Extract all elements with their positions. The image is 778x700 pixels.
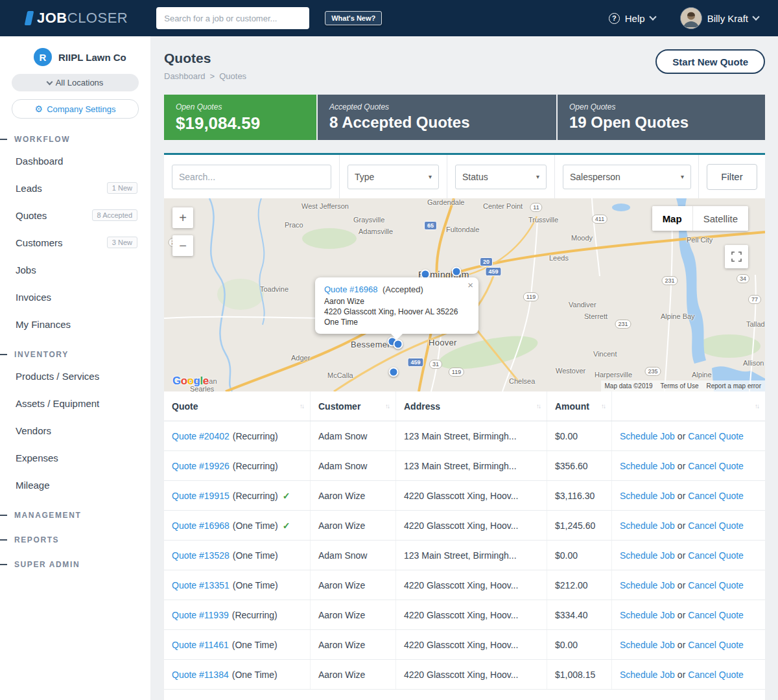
info-window-quote-link[interactable]: Quote #16968 (324, 285, 377, 294)
sort-icon[interactable]: ↑↓ (385, 402, 389, 410)
sidebar-item-leads[interactable]: Leads 1 New (0, 174, 150, 202)
quote-amount: $3,116.30 (555, 491, 595, 501)
sidebar-section-reports[interactable]: REPORTS (0, 532, 150, 548)
status-select[interactable]: Status ▾ (455, 165, 547, 189)
map-view-button[interactable]: Map (652, 206, 692, 231)
cancel-quote-link[interactable]: Cancel Quote (688, 491, 744, 501)
cancel-quote-link[interactable]: Cancel Quote (688, 580, 744, 590)
cancel-quote-link[interactable]: Cancel Quote (688, 640, 744, 650)
fullscreen-button[interactable] (725, 245, 748, 268)
cancel-quote-link[interactable]: Cancel Quote (688, 461, 744, 471)
report-map-error-link[interactable]: Report a map error (707, 382, 761, 390)
schedule-job-link[interactable]: Schedule Job (620, 520, 675, 531)
type-select[interactable]: Type ▾ (348, 165, 439, 189)
map-label-harpersville: Harpersville (595, 371, 632, 379)
sort-icon[interactable]: ↑↓ (601, 402, 605, 410)
sidebar-item-mileage[interactable]: Mileage (0, 471, 150, 498)
schedule-job-link[interactable]: Schedule Job (620, 670, 675, 680)
sort-icon[interactable]: ↑↓ (536, 402, 540, 410)
header-amount[interactable]: Amount ↑↓ (547, 391, 612, 421)
or-text: or (678, 491, 685, 501)
filter-button[interactable]: Filter (707, 164, 757, 190)
company-switcher[interactable]: R RIIPL Lawn Co (34, 48, 150, 66)
quote-link[interactable]: Quote #13528 (172, 550, 230, 561)
sidebar-item-badge: 3 New (107, 237, 137, 248)
route-shield-icon: 231 (661, 276, 678, 285)
info-window-frequency: One Time (324, 317, 469, 327)
close-icon[interactable]: × (467, 280, 473, 290)
sidebar-item-customers[interactable]: Customers 3 New (0, 229, 150, 256)
schedule-job-link[interactable]: Schedule Job (620, 610, 675, 620)
breadcrumb-dashboard[interactable]: Dashboard (164, 71, 206, 81)
app-logo[interactable]: JOB CLOSER (26, 10, 128, 27)
route-shield-icon: 11 (530, 203, 542, 212)
map-marker-icon[interactable] (394, 340, 403, 349)
header-quote[interactable]: Quote ↑↓ (164, 391, 311, 421)
quote-link[interactable]: Quote #20402 (172, 431, 230, 441)
sidebar-item-invoices[interactable]: Invoices (0, 283, 150, 310)
map-marker-icon[interactable] (452, 267, 462, 277)
whats-new-button[interactable]: What's New? (325, 11, 382, 25)
zoom-in-button[interactable]: + (172, 207, 193, 228)
sidebar-section-inventory[interactable]: INVENTORY (0, 347, 150, 362)
schedule-job-link[interactable]: Schedule Job (620, 461, 675, 471)
map[interactable]: GardendaleWest JeffersonCenter PointPrac… (164, 198, 765, 391)
salesperson-select[interactable]: Salesperson ▾ (563, 165, 691, 189)
zoom-out-button[interactable]: − (172, 235, 193, 256)
schedule-job-link[interactable]: Schedule Job (620, 640, 675, 650)
sidebar-section-super-admin[interactable]: SUPER ADMIN (0, 557, 150, 572)
map-label-allison: Allison (743, 359, 764, 367)
schedule-job-link[interactable]: Schedule Job (620, 580, 675, 590)
start-new-quote-button[interactable]: Start New Quote (655, 49, 765, 74)
quote-link[interactable]: Quote #11461 (172, 640, 229, 650)
map-marker-icon[interactable] (389, 368, 399, 377)
schedule-job-link[interactable]: Schedule Job (620, 550, 675, 561)
company-settings-button[interactable]: ⚙ Company Settings (12, 99, 139, 119)
header-customer[interactable]: Customer ↑↓ (311, 391, 396, 421)
locations-dropdown[interactable]: All Locations (12, 74, 139, 91)
terms-of-use-link[interactable]: Terms of Use (661, 382, 699, 390)
map-attribution: Map data ©2019 Terms of Use Report a map… (601, 380, 765, 391)
sidebar-item-vendors[interactable]: Vendors (0, 417, 150, 444)
schedule-job-link[interactable]: Schedule Job (620, 491, 675, 501)
header-address[interactable]: Address ↑↓ (396, 391, 547, 421)
quote-link[interactable]: Quote #19915 (172, 491, 230, 501)
help-menu[interactable]: ? Help (609, 13, 655, 24)
sidebar-item-assets-equipment[interactable]: Assets / Equipment (0, 390, 150, 417)
quote-amount: $0.00 (555, 431, 578, 441)
user-menu[interactable]: Billy Kraft (680, 7, 759, 29)
sidebar-item-expenses[interactable]: Expenses (0, 444, 150, 471)
cancel-quote-link[interactable]: Cancel Quote (688, 670, 744, 680)
sidebar-item-my-finances[interactable]: My Finances (0, 310, 150, 338)
cancel-quote-link[interactable]: Cancel Quote (688, 550, 744, 561)
quote-amount: $0.00 (555, 550, 578, 561)
satellite-view-button[interactable]: Satellite (692, 206, 748, 231)
stat-label: Open Quotes (569, 102, 753, 111)
map-label-trussville: Trussville (528, 216, 558, 224)
quote-link[interactable]: Quote #11384 (172, 670, 229, 680)
cancel-quote-link[interactable]: Cancel Quote (688, 431, 744, 441)
sort-icon[interactable]: ↑↓ (755, 402, 759, 410)
quote-link[interactable]: Quote #13351 (172, 580, 230, 590)
or-text: or (678, 520, 685, 531)
schedule-job-link[interactable]: Schedule Job (620, 431, 675, 441)
customer-name: Aaron Wize (318, 610, 365, 620)
sidebar-section-management[interactable]: MANAGEMENT (0, 508, 150, 523)
sidebar-item-quotes[interactable]: Quotes 8 Accepted (0, 202, 150, 229)
sidebar-section-workflow[interactable]: WORKFLOW (0, 132, 150, 147)
sidebar-item-jobs[interactable]: Jobs (0, 256, 150, 283)
sidebar-item-dashboard[interactable]: Dashboard (0, 147, 150, 174)
cancel-quote-link[interactable]: Cancel Quote (688, 520, 744, 531)
quote-link[interactable]: Quote #11939 (172, 610, 229, 620)
chevron-down-icon (46, 78, 53, 85)
google-logo[interactable]: Google (172, 375, 209, 388)
sidebar-item-products-services[interactable]: Products / Services (0, 362, 150, 390)
header-actions[interactable]: ↑↓ (612, 391, 765, 421)
quotes-search-input[interactable] (172, 165, 331, 189)
quote-link[interactable]: Quote #16968 (172, 520, 230, 531)
quote-link[interactable]: Quote #19926 (172, 461, 230, 471)
global-search-input[interactable] (156, 7, 309, 29)
cancel-quote-link[interactable]: Cancel Quote (688, 610, 744, 620)
sort-icon[interactable]: ↑↓ (300, 402, 303, 410)
sidebar-nav: WORKFLOW Dashboard Leads 1 New Quotes 8 … (0, 132, 150, 572)
